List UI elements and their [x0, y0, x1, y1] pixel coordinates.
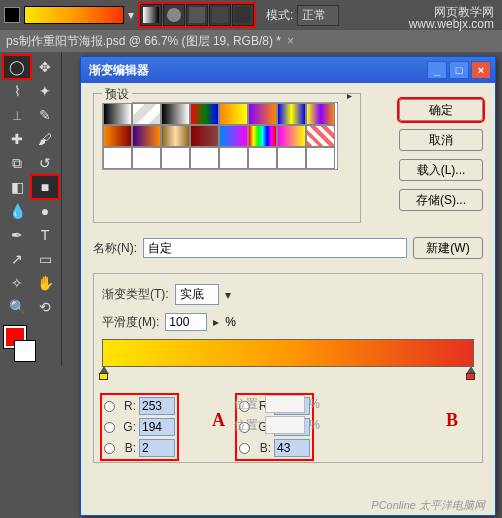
preset-swatches [102, 102, 338, 170]
preset-swatch-23[interactable] [306, 147, 335, 169]
tools-panel: ◯ ✥ ⌇ ✦ ⟂ ✎ ✚ 🖌 ⧉ ↺ ◧ ■ 💧 ● ✒ T ↗ ▭ ✧ ✋ … [0, 52, 62, 366]
watermark: 网页教学网 www.webjx.com [409, 6, 494, 30]
dodge-tool[interactable]: ● [32, 200, 58, 222]
preset-swatch-11[interactable] [190, 125, 219, 147]
type-tool[interactable]: T [32, 224, 58, 246]
preset-swatch-17[interactable] [132, 147, 161, 169]
cancel-button[interactable]: 取消 [399, 129, 483, 151]
notes-tool[interactable]: ✧ [4, 272, 30, 294]
stamp-tool[interactable]: ⧉ [4, 152, 30, 174]
dialog-title: 渐变编辑器 [85, 62, 427, 79]
preset-swatch-0[interactable] [103, 103, 132, 125]
gradient-bar[interactable] [102, 339, 474, 367]
preset-swatch-20[interactable] [219, 147, 248, 169]
rotate-tool[interactable]: ⟲ [32, 296, 58, 318]
pen-tool[interactable]: ✒ [4, 224, 30, 246]
close-button[interactable]: × [471, 61, 491, 79]
preset-swatch-3[interactable] [190, 103, 219, 125]
gradient-type-group [138, 2, 256, 28]
heal-tool[interactable]: ✚ [4, 128, 30, 150]
radio-r-a[interactable] [104, 401, 115, 412]
svg-point-1 [167, 8, 181, 22]
name-input[interactable] [143, 238, 407, 258]
preset-swatch-16[interactable] [103, 147, 132, 169]
preset-swatch-21[interactable] [248, 147, 277, 169]
eyedropper-tool[interactable]: ✎ [32, 104, 58, 126]
minimize-button[interactable]: _ [427, 61, 447, 79]
ok-button[interactable]: 确定 [399, 99, 483, 121]
color-stop-b[interactable] [466, 366, 477, 377]
presets-group: 预设 ▸ [93, 93, 361, 223]
crop-tool[interactable]: ⟂ [4, 104, 30, 126]
preset-swatch-9[interactable] [132, 125, 161, 147]
save-button[interactable]: 存储(S)... [399, 189, 483, 211]
type-select[interactable]: 实底 [175, 284, 219, 305]
background-swatch[interactable] [14, 340, 36, 362]
blend-mode-select[interactable]: 正常 [297, 5, 339, 26]
radio-b-b[interactable] [239, 443, 250, 454]
g-input-a[interactable] [139, 418, 175, 436]
name-label: 名称(N): [93, 240, 137, 257]
radio-g-a[interactable] [104, 422, 115, 433]
preset-swatch-19[interactable] [190, 147, 219, 169]
linear-gradient-icon[interactable] [140, 4, 162, 26]
shape-tool[interactable]: ▭ [32, 248, 58, 270]
angle-gradient-icon[interactable] [186, 4, 208, 26]
reflected-gradient-icon[interactable] [209, 4, 231, 26]
preset-swatch-13[interactable] [248, 125, 277, 147]
color-stop-a[interactable] [99, 366, 110, 377]
preset-swatch-1[interactable] [132, 103, 161, 125]
preset-swatch-22[interactable] [277, 147, 306, 169]
b-input-a[interactable] [139, 439, 175, 457]
wand-tool[interactable]: ✦ [32, 80, 58, 102]
brush-tool[interactable]: 🖌 [32, 128, 58, 150]
hand-tool[interactable]: ✋ [32, 272, 58, 294]
pconline-watermark: PConline 太平洋电脑网 [371, 498, 485, 513]
preset-swatch-10[interactable] [161, 125, 190, 147]
pos-input-1 [265, 395, 305, 413]
gradient-tool[interactable]: ■ [32, 176, 58, 198]
smooth-input[interactable] [165, 313, 207, 331]
mode-label: 模式: [266, 7, 293, 24]
dialog-titlebar[interactable]: 渐变编辑器 _ □ × [81, 57, 495, 83]
preset-swatch-14[interactable] [277, 125, 306, 147]
history-brush-tool[interactable]: ↺ [32, 152, 58, 174]
radio-b-a[interactable] [104, 443, 115, 454]
svg-rect-2 [189, 7, 205, 23]
tab-close-icon[interactable]: × [287, 34, 294, 48]
b-input-b[interactable] [274, 439, 310, 457]
document-tab[interactable]: ps制作重阳节海报.psd @ 66.7% (图层 19, RGB/8) * × [0, 30, 502, 52]
load-button[interactable]: 载入(L)... [399, 159, 483, 181]
preset-swatch-6[interactable] [277, 103, 306, 125]
preset-swatch-7[interactable] [306, 103, 335, 125]
preset-swatch-18[interactable] [161, 147, 190, 169]
preset-swatch-12[interactable] [219, 125, 248, 147]
eraser-tool[interactable]: ◧ [4, 176, 30, 198]
blur-tool[interactable]: 💧 [4, 200, 30, 222]
type-label: 渐变类型(T): [102, 286, 169, 303]
gradient-editor-dialog: 渐变编辑器 _ □ × 预设 ▸ 确定 取消 载入(L)... 存储(S)...… [80, 56, 496, 516]
preset-swatch-5[interactable] [248, 103, 277, 125]
gradient-preview[interactable] [24, 6, 124, 24]
path-tool[interactable]: ↗ [4, 248, 30, 270]
foreground-mini-swatch[interactable] [4, 7, 20, 23]
preset-swatch-15[interactable] [306, 125, 335, 147]
diamond-gradient-icon[interactable] [232, 4, 254, 26]
preset-swatch-4[interactable] [219, 103, 248, 125]
svg-rect-0 [143, 7, 159, 23]
preset-swatch-2[interactable] [161, 103, 190, 125]
marquee-tool[interactable]: ◯ [4, 56, 30, 78]
smooth-unit: % [225, 315, 236, 329]
move-tool[interactable]: ✥ [32, 56, 58, 78]
presets-menu-icon[interactable]: ▸ [347, 90, 352, 101]
preset-swatch-8[interactable] [103, 125, 132, 147]
rgb-group-a: R: G: B: [102, 395, 177, 459]
smooth-label: 平滑度(M): [102, 314, 159, 331]
svg-rect-4 [235, 7, 251, 23]
maximize-button[interactable]: □ [449, 61, 469, 79]
zoom-tool[interactable]: 🔍 [4, 296, 30, 318]
r-input-a[interactable] [139, 397, 175, 415]
radial-gradient-icon[interactable] [163, 4, 185, 26]
lasso-tool[interactable]: ⌇ [4, 80, 30, 102]
new-button[interactable]: 新建(W) [413, 237, 483, 259]
